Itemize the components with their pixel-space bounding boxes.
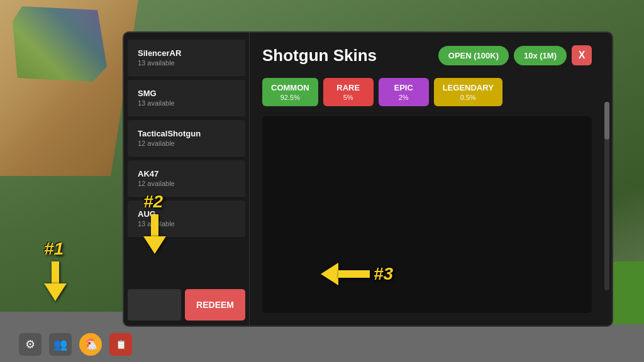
gear-icon[interactable]: ⚙ — [19, 333, 42, 356]
weapon-available: 12 available — [138, 140, 235, 147]
weapon-sidebar: SilencerAR 13 available SMG 13 available… — [124, 33, 250, 326]
close-button[interactable]: X — [572, 45, 592, 65]
rarity-legendary-badge[interactable]: LEGENDARY 0.5% — [434, 78, 502, 106]
header-buttons: OPEN (100K) 10x (1M) X — [438, 45, 592, 65]
sidebar-item-tacticalshotgun[interactable]: TacticalShotgun 12 available — [128, 120, 245, 156]
weapon-name: TacticalShotgun — [138, 129, 235, 138]
header-row: Shotgun Skins OPEN (100K) 10x (1M) X — [262, 45, 592, 65]
arrow-1-down — [44, 261, 67, 301]
scrollbar-thumb[interactable] — [604, 102, 609, 140]
weapon-available: 13 available — [138, 99, 235, 107]
rarity-epic-name: EPIC — [387, 83, 420, 92]
sidebar-item-silencerar[interactable]: SilencerAR 13 available — [128, 40, 245, 76]
chicken-icon[interactable]: 🐔 — [79, 333, 102, 356]
open10-button[interactable]: 10x (1M) — [514, 46, 567, 65]
redeem-button[interactable]: REDEEM — [185, 289, 245, 321]
arrow-2-down — [143, 214, 166, 254]
rarity-rare-badge[interactable]: RARE 5% — [323, 78, 374, 106]
weapon-available: 12 available — [138, 180, 235, 187]
rarity-common-name: COMMON — [271, 83, 309, 92]
sidebar-item-smg[interactable]: SMG 13 available — [128, 80, 245, 116]
rarity-legendary-name: LEGENDARY — [443, 83, 494, 92]
annotation-3: #3 — [321, 263, 389, 285]
bottom-toolbar: ⚙ 👥 🐔 📋 — [19, 333, 132, 356]
rarity-row: COMMON 92.5% RARE 5% EPIC 2% LEGENDARY 0… — [262, 78, 592, 106]
rarity-epic-badge[interactable]: EPIC 2% — [379, 78, 429, 106]
badge-icon[interactable]: 📋 — [109, 333, 132, 356]
annotation-1: #1 — [44, 239, 67, 301]
rarity-rare-pct: 5% — [332, 94, 365, 101]
scrollbar[interactable] — [604, 102, 609, 290]
rarity-rare-name: RARE — [332, 83, 365, 92]
open-button[interactable]: OPEN (100K) — [438, 46, 509, 65]
sidebar-bottom-area: REDEEM — [124, 284, 249, 326]
rarity-legendary-pct: 0.5% — [443, 94, 494, 101]
rarity-common-badge[interactable]: COMMON 92.5% — [262, 78, 318, 106]
rarity-epic-pct: 2% — [387, 94, 420, 101]
annotation-2: #2 — [143, 192, 166, 254]
weapon-name: SMG — [138, 89, 235, 98]
page-title: Shotgun Skins — [262, 46, 377, 65]
weapon-available: 13 available — [138, 59, 235, 67]
graffiti-background — [13, 6, 107, 82]
weapon-name: AK47 — [138, 169, 235, 178]
group-icon[interactable]: 👥 — [49, 333, 72, 356]
rarity-common-pct: 92.5% — [271, 94, 309, 101]
main-content-area: Shotgun Skins OPEN (100K) 10x (1M) X COM… — [250, 33, 604, 326]
skins-content-area — [262, 116, 592, 313]
skin-slot-1 — [128, 289, 181, 321]
arrow-3-left — [321, 263, 370, 285]
weapon-name: SilencerAR — [138, 48, 235, 58]
